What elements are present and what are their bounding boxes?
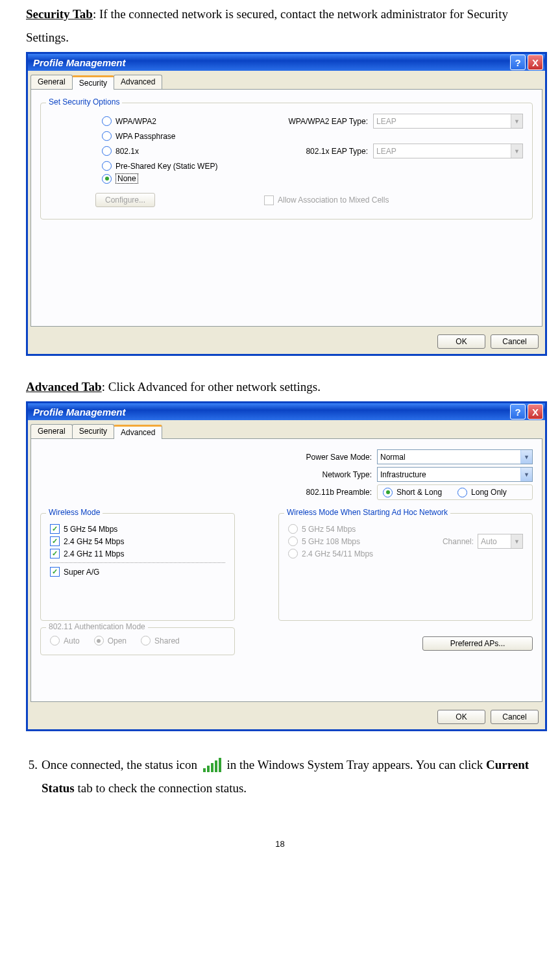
help-icon[interactable]: ? — [510, 55, 526, 70]
tab-general[interactable]: General — [30, 75, 73, 89]
step-5: 5. Once connected, the status icon in th… — [13, 753, 547, 800]
radio-ah-5-108 — [288, 536, 298, 546]
wm-5ghz-54-checkbox[interactable] — [50, 524, 60, 534]
security-tab-intro: Security Tab: If the connected network i… — [26, 3, 547, 49]
wireless-mode-legend: Wireless Mode — [46, 508, 103, 517]
profile-mgmt-advanced-dialog: Profile Management ? X General Security … — [26, 401, 547, 731]
radio-none[interactable] — [102, 174, 112, 184]
radio-long-only[interactable] — [457, 488, 467, 497]
help-icon[interactable]: ? — [510, 404, 526, 420]
8021x-eap-select: LEAP▼ — [373, 144, 523, 158]
mixed-cells-checkbox — [264, 195, 274, 205]
power-save-select[interactable]: Normal▼ — [377, 449, 533, 464]
profile-mgmt-security-dialog: Profile Management ? X General Security … — [26, 52, 547, 356]
wm-24ghz-54-checkbox[interactable] — [50, 536, 60, 546]
network-type-select[interactable]: Infrastructure▼ — [377, 467, 533, 482]
security-options-legend: Set Security Options — [46, 97, 122, 107]
tab-security[interactable]: Security — [72, 75, 114, 90]
close-icon[interactable]: X — [528, 404, 543, 420]
radio-auth-open — [94, 636, 104, 645]
radio-wpa[interactable] — [102, 116, 112, 126]
tab-general[interactable]: General — [30, 424, 73, 438]
wm-super-checkbox[interactable] — [50, 567, 60, 577]
cancel-button[interactable]: Cancel — [491, 710, 539, 724]
radio-ah-24 — [288, 549, 298, 558]
close-icon[interactable]: X — [528, 55, 543, 70]
radio-ah-5-54 — [288, 524, 298, 534]
wm-24ghz-11-checkbox[interactable] — [50, 549, 60, 558]
radio-wpa-pass[interactable] — [102, 131, 112, 141]
radio-8021x[interactable] — [102, 146, 112, 156]
preferred-aps-button[interactable]: Preferred APs... — [422, 636, 533, 651]
adhoc-mode-legend: Wireless Mode When Starting Ad Hoc Netwo… — [284, 508, 450, 517]
radio-psk[interactable] — [102, 161, 112, 171]
auth-mode-legend: 802.11 Authentication Mode — [46, 622, 148, 631]
advanced-tab-intro: Advanced Tab: Click Advanced for other n… — [26, 375, 547, 399]
tab-advanced[interactable]: Advanced — [114, 425, 162, 439]
ok-button[interactable]: OK — [437, 710, 485, 724]
dialog-title: Profile Management — [33, 57, 126, 68]
ok-button[interactable]: OK — [437, 334, 485, 349]
cancel-button[interactable]: Cancel — [491, 334, 539, 349]
dialog-title: Profile Management — [33, 407, 126, 418]
configure-button: Configure... — [95, 193, 155, 207]
radio-auth-shared — [141, 636, 151, 645]
signal-icon — [203, 758, 221, 772]
page-number: 18 — [13, 839, 547, 849]
wpa-eap-select: LEAP▼ — [373, 114, 523, 129]
tab-advanced[interactable]: Advanced — [114, 75, 162, 89]
radio-short-long[interactable] — [383, 488, 393, 497]
tab-security[interactable]: Security — [72, 424, 114, 438]
channel-select: Auto▼ — [478, 534, 523, 549]
radio-auth-auto — [50, 636, 60, 645]
